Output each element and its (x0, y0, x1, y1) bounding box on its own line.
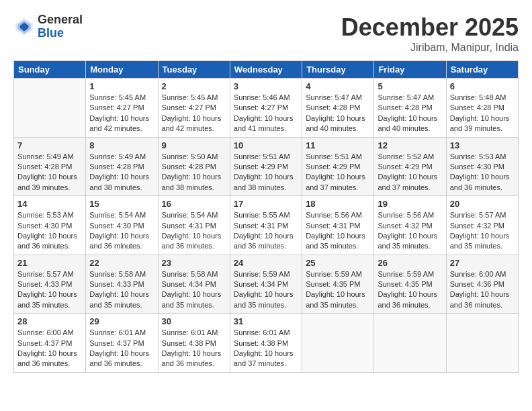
logo-blue: Blue (38, 27, 83, 40)
location: Jiribam, Manipur, India (341, 42, 519, 54)
logo-text: General Blue (38, 13, 83, 40)
calendar-cell: 11Sunrise: 5:51 AM Sunset: 4:29 PM Dayli… (302, 137, 374, 196)
weekday-header: Monday (86, 61, 158, 79)
calendar-cell: 21Sunrise: 5:57 AM Sunset: 4:33 PM Dayli… (14, 255, 86, 314)
day-number: 11 (306, 140, 370, 150)
day-number: 28 (17, 316, 82, 326)
day-number: 17 (234, 199, 298, 209)
day-info: Sunrise: 5:58 AM Sunset: 4:34 PM Dayligh… (162, 269, 226, 311)
calendar-cell: 30Sunrise: 6:01 AM Sunset: 4:38 PM Dayli… (158, 314, 230, 373)
calendar-cell: 6Sunrise: 5:48 AM Sunset: 4:28 PM Daylig… (446, 79, 518, 138)
day-number: 1 (89, 81, 154, 91)
calendar-cell: 8Sunrise: 5:49 AM Sunset: 4:28 PM Daylig… (86, 137, 158, 196)
calendar-cell: 27Sunrise: 6:00 AM Sunset: 4:36 PM Dayli… (446, 255, 518, 314)
title-block: December 2025 Jiribam, Manipur, India (341, 13, 519, 54)
logo-icon (13, 16, 35, 38)
day-number: 22 (89, 258, 154, 268)
calendar-cell: 29Sunrise: 6:01 AM Sunset: 4:37 PM Dayli… (86, 314, 158, 373)
day-number: 6 (450, 81, 515, 91)
day-info: Sunrise: 5:53 AM Sunset: 4:30 PM Dayligh… (17, 210, 82, 252)
day-number: 24 (234, 258, 298, 268)
day-number: 18 (306, 199, 370, 209)
calendar-cell: 3Sunrise: 5:46 AM Sunset: 4:27 PM Daylig… (230, 79, 302, 138)
day-number: 25 (306, 258, 370, 268)
day-info: Sunrise: 5:46 AM Sunset: 4:27 PM Dayligh… (234, 93, 298, 134)
calendar-cell: 7Sunrise: 5:49 AM Sunset: 4:28 PM Daylig… (14, 137, 86, 196)
logo-general: General (38, 13, 83, 27)
day-info: Sunrise: 5:50 AM Sunset: 4:28 PM Dayligh… (162, 152, 226, 193)
day-info: Sunrise: 6:01 AM Sunset: 4:37 PM Dayligh… (89, 328, 154, 369)
day-number: 16 (162, 199, 226, 209)
weekday-header: Sunday (14, 61, 86, 79)
day-number: 15 (89, 199, 154, 209)
day-info: Sunrise: 5:59 AM Sunset: 4:35 PM Dayligh… (378, 269, 442, 311)
calendar-cell: 14Sunrise: 5:53 AM Sunset: 4:30 PM Dayli… (14, 196, 86, 255)
day-number: 10 (234, 140, 298, 150)
day-info: Sunrise: 5:57 AM Sunset: 4:33 PM Dayligh… (17, 269, 82, 311)
calendar-cell: 12Sunrise: 5:52 AM Sunset: 4:29 PM Dayli… (374, 137, 446, 196)
day-number: 5 (378, 81, 442, 91)
weekday-header: Friday (374, 61, 446, 79)
weekday-header: Thursday (302, 61, 374, 79)
day-info: Sunrise: 5:59 AM Sunset: 4:35 PM Dayligh… (306, 269, 370, 311)
day-number: 14 (17, 199, 82, 209)
day-number: 21 (17, 258, 82, 268)
day-info: Sunrise: 5:53 AM Sunset: 4:30 PM Dayligh… (450, 152, 515, 193)
weekday-header: Tuesday (158, 61, 230, 79)
day-number: 7 (17, 140, 82, 150)
logo: General Blue (13, 13, 83, 40)
day-number: 27 (450, 258, 515, 268)
day-info: Sunrise: 5:55 AM Sunset: 4:31 PM Dayligh… (234, 210, 298, 252)
calendar-cell: 23Sunrise: 5:58 AM Sunset: 4:34 PM Dayli… (158, 255, 230, 314)
day-info: Sunrise: 5:47 AM Sunset: 4:28 PM Dayligh… (306, 93, 370, 134)
calendar-header-row: SundayMondayTuesdayWednesdayThursdayFrid… (14, 61, 519, 79)
calendar-cell: 25Sunrise: 5:59 AM Sunset: 4:35 PM Dayli… (302, 255, 374, 314)
calendar-cell: 22Sunrise: 5:58 AM Sunset: 4:33 PM Dayli… (86, 255, 158, 314)
day-info: Sunrise: 5:45 AM Sunset: 4:27 PM Dayligh… (162, 93, 226, 134)
calendar-cell: 13Sunrise: 5:53 AM Sunset: 4:30 PM Dayli… (446, 137, 518, 196)
day-number: 31 (234, 316, 298, 326)
calendar-row: 21Sunrise: 5:57 AM Sunset: 4:33 PM Dayli… (14, 255, 519, 314)
calendar-cell: 1Sunrise: 5:45 AM Sunset: 4:27 PM Daylig… (86, 79, 158, 138)
day-info: Sunrise: 5:54 AM Sunset: 4:30 PM Dayligh… (89, 210, 154, 252)
calendar-cell: 28Sunrise: 6:00 AM Sunset: 4:37 PM Dayli… (14, 314, 86, 373)
day-info: Sunrise: 5:58 AM Sunset: 4:33 PM Dayligh… (89, 269, 154, 311)
calendar-cell (302, 314, 374, 373)
weekday-header: Saturday (446, 61, 518, 79)
calendar-row: 7Sunrise: 5:49 AM Sunset: 4:28 PM Daylig… (14, 137, 519, 196)
day-number: 9 (162, 140, 226, 150)
day-info: Sunrise: 5:56 AM Sunset: 4:31 PM Dayligh… (306, 210, 370, 252)
calendar-cell: 20Sunrise: 5:57 AM Sunset: 4:32 PM Dayli… (446, 196, 518, 255)
day-info: Sunrise: 5:45 AM Sunset: 4:27 PM Dayligh… (89, 93, 154, 134)
day-info: Sunrise: 5:51 AM Sunset: 4:29 PM Dayligh… (234, 152, 298, 193)
day-number: 4 (306, 81, 370, 91)
calendar-cell (14, 79, 86, 138)
weekday-header: Wednesday (230, 61, 302, 79)
day-info: Sunrise: 5:52 AM Sunset: 4:29 PM Dayligh… (378, 152, 442, 193)
day-number: 2 (162, 81, 226, 91)
day-info: Sunrise: 5:56 AM Sunset: 4:32 PM Dayligh… (378, 210, 442, 252)
calendar-cell: 15Sunrise: 5:54 AM Sunset: 4:30 PM Dayli… (86, 196, 158, 255)
day-number: 30 (162, 316, 226, 326)
day-info: Sunrise: 5:59 AM Sunset: 4:34 PM Dayligh… (234, 269, 298, 311)
day-number: 23 (162, 258, 226, 268)
day-number: 19 (378, 199, 442, 209)
day-info: Sunrise: 5:49 AM Sunset: 4:28 PM Dayligh… (89, 152, 154, 193)
calendar-cell: 26Sunrise: 5:59 AM Sunset: 4:35 PM Dayli… (374, 255, 446, 314)
day-number: 20 (450, 199, 515, 209)
calendar-cell: 17Sunrise: 5:55 AM Sunset: 4:31 PM Dayli… (230, 196, 302, 255)
calendar-row: 1Sunrise: 5:45 AM Sunset: 4:27 PM Daylig… (14, 79, 519, 138)
calendar-cell: 2Sunrise: 5:45 AM Sunset: 4:27 PM Daylig… (158, 79, 230, 138)
day-number: 3 (234, 81, 298, 91)
calendar-cell: 31Sunrise: 6:01 AM Sunset: 4:38 PM Dayli… (230, 314, 302, 373)
calendar-cell: 4Sunrise: 5:47 AM Sunset: 4:28 PM Daylig… (302, 79, 374, 138)
day-info: Sunrise: 6:00 AM Sunset: 4:37 PM Dayligh… (17, 328, 82, 369)
calendar-cell: 9Sunrise: 5:50 AM Sunset: 4:28 PM Daylig… (158, 137, 230, 196)
day-info: Sunrise: 5:47 AM Sunset: 4:28 PM Dayligh… (378, 93, 442, 134)
page-header: General Blue December 2025 Jiribam, Mani… (13, 13, 519, 54)
day-info: Sunrise: 6:01 AM Sunset: 4:38 PM Dayligh… (162, 328, 226, 369)
month-title: December 2025 (341, 13, 519, 42)
calendar-cell: 19Sunrise: 5:56 AM Sunset: 4:32 PM Dayli… (374, 196, 446, 255)
calendar-cell: 10Sunrise: 5:51 AM Sunset: 4:29 PM Dayli… (230, 137, 302, 196)
day-number: 12 (378, 140, 442, 150)
